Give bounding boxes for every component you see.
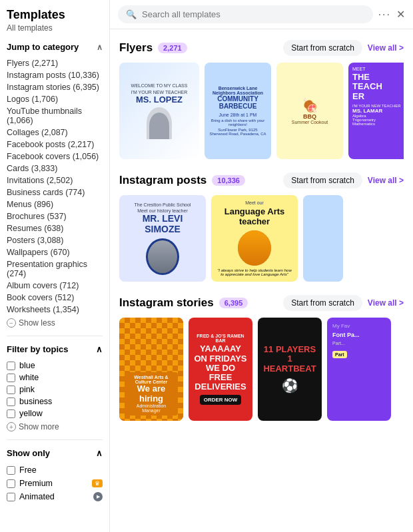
sidebar-subtitle: All templates	[7, 23, 103, 33]
show-only-section: Show only ∧ Free Premium ♛ Animated	[7, 448, 103, 503]
filter-chevron-icon: ∧	[96, 344, 103, 354]
sidebar-nav-item[interactable]: Instagram posts (10,336)	[7, 69, 103, 81]
filter-white: white	[7, 372, 103, 384]
free-label: Free	[19, 465, 37, 475]
sidebar-nav-item[interactable]: Cards (3,833)	[7, 162, 103, 174]
show-more-button[interactable]: + Show more	[7, 422, 103, 431]
instagram-posts-scratch-button[interactable]: Start from scratch	[283, 172, 362, 188]
jump-category-header: Jump to category ∧	[7, 42, 103, 52]
show-more-label: Show more	[19, 422, 59, 431]
close-button[interactable]: ✕	[396, 8, 405, 21]
content-area: Flyers 2,271 Start from scratch View all…	[110, 29, 413, 532]
show-less-button[interactable]: − Show less	[7, 318, 103, 328]
instagram-posts-viewall-button[interactable]: View all >	[368, 176, 404, 185]
filter-pink-label: pink	[19, 385, 35, 394]
flyers-viewall-button[interactable]: View all >	[368, 43, 404, 53]
main-panel: 🔍 ··· ✕ Flyers 2,271 Start from scratch …	[110, 0, 413, 532]
animated-checkbox[interactable]	[7, 493, 15, 501]
filter-yellow-checkbox[interactable]	[7, 409, 15, 418]
flyers-title: Flyers	[119, 41, 153, 55]
flyer-template-3[interactable]: 🍖 BBQ Summer Cookout	[276, 63, 343, 159]
search-input[interactable]	[142, 9, 365, 19]
sidebar-nav-item[interactable]: YouTube thumbnails (1,066)	[7, 105, 103, 127]
instagram-stories-header: Instagram stories 6,395 Start from scrat…	[119, 295, 404, 311]
sidebar-nav-item[interactable]: Posters (3,088)	[7, 234, 103, 246]
instagram-posts-actions: Start from scratch View all >	[283, 172, 404, 188]
premium-checkbox[interactable]	[7, 479, 15, 488]
filter-blue-label: blue	[19, 361, 35, 370]
instagram-story-template-1[interactable]: Westhall Arts & Culture Center We are hi…	[119, 318, 183, 421]
animated-label: Animated	[19, 492, 55, 501]
sidebar-nav-item[interactable]: Brochures (537)	[7, 210, 103, 222]
filter-yellow-label: yellow	[19, 409, 43, 418]
sidebar-nav-item[interactable]: Flyers (2,271)	[7, 57, 103, 69]
sidebar-title: Templates	[7, 8, 103, 22]
filter-pink-checkbox[interactable]	[7, 386, 15, 394]
sidebar-nav-item[interactable]: Business cards (774)	[7, 186, 103, 198]
filter-blue: blue	[7, 360, 103, 372]
instagram-stories-section: Instagram stories 6,395 Start from scrat…	[119, 295, 404, 421]
filter-pink: pink	[7, 384, 103, 396]
flyer-template-2[interactable]: Bensenwick Lane Neighbors Association CO…	[205, 63, 271, 159]
show-only-premium: Premium ♛	[7, 477, 103, 490]
sidebar-nav-item[interactable]: Facebook covers (1,056)	[7, 150, 103, 162]
filter-blue-checkbox[interactable]	[7, 362, 15, 370]
sidebar-nav-item[interactable]: Presentation graphics (274)	[7, 258, 103, 280]
sidebar-nav-item[interactable]: Book covers (512)	[7, 292, 103, 304]
jump-category-label: Jump to category	[7, 42, 79, 52]
sidebar-nav-item[interactable]: Menus (896)	[7, 198, 103, 210]
search-bar[interactable]: 🔍	[118, 5, 373, 23]
instagram-stories-scratch-button[interactable]: Start from scratch	[283, 295, 362, 311]
flyers-header: Flyers 2,271 Start from scratch View all…	[119, 40, 404, 56]
filter-yellow: yellow	[7, 407, 103, 419]
instagram-story-template-3[interactable]: 11 PLAYERS1 HEARTBEAT ⚽	[258, 318, 322, 421]
show-only-free: Free	[7, 463, 103, 477]
divider-2	[7, 439, 103, 440]
sidebar-nav-item[interactable]: Resumes (638)	[7, 222, 103, 234]
more-options-button[interactable]: ···	[378, 9, 391, 21]
flyers-actions: Start from scratch View all >	[283, 40, 404, 56]
instagram-post-template-1[interactable]: The Crestton Public School Meet our hist…	[119, 195, 206, 282]
sidebar-nav-item[interactable]: Invitations (2,502)	[7, 174, 103, 186]
instagram-stories-grid: Westhall Arts & Culture Center We are hi…	[119, 318, 404, 421]
sidebar-nav-item[interactable]: Wallpapers (670)	[7, 246, 103, 258]
filter-business-checkbox[interactable]	[7, 398, 15, 406]
filter-list: bluewhitepinkbusinessyellow	[7, 360, 103, 419]
show-only-chevron-icon: ∧	[96, 448, 103, 458]
instagram-story-template-2[interactable]: FRED & JO'S RAMEN BAR YAAAAAYON FRIDAYSW…	[189, 318, 252, 421]
free-checkbox[interactable]	[7, 466, 15, 475]
show-only-label: Show only	[7, 448, 50, 458]
instagram-post-template-3[interactable]	[303, 195, 343, 282]
instagram-story-template-4[interactable]: My Fav Font Pa... Part... Part	[327, 318, 391, 421]
sidebar-nav-item[interactable]: Worksheets (1,354)	[7, 304, 103, 316]
instagram-stories-viewall-button[interactable]: View all >	[368, 298, 404, 308]
jump-chevron-icon: ∧	[97, 43, 103, 52]
flyers-grid: WELCOME TO MY CLASS I'M YOUR NEW TEACHER…	[119, 63, 404, 159]
show-only-header: Show only ∧	[7, 448, 103, 458]
instagram-stories-actions: Start from scratch View all >	[283, 295, 404, 311]
instagram-stories-title: Instagram stories	[119, 296, 214, 310]
instagram-posts-header: Instagram posts 10,336 Start from scratc…	[119, 172, 404, 188]
flyer-template-1[interactable]: WELCOME TO MY CLASS I'M YOUR NEW TEACHER…	[119, 63, 199, 159]
flyers-scratch-button[interactable]: Start from scratch	[283, 40, 362, 56]
sidebar-nav-item[interactable]: Facebook posts (2,217)	[7, 138, 103, 150]
flyers-section: Flyers 2,271 Start from scratch View all…	[119, 40, 404, 159]
flyers-count: 2,271	[158, 43, 187, 53]
show-less-label: Show less	[19, 318, 55, 328]
instagram-posts-count: 10,336	[212, 175, 245, 186]
filter-business-label: business	[19, 397, 52, 406]
show-only-animated: Animated	[7, 490, 103, 503]
sidebar-nav-item[interactable]: Collages (2,087)	[7, 127, 103, 138]
filter-white-label: white	[19, 373, 39, 382]
sidebar-nav-item[interactable]: Album covers (712)	[7, 280, 103, 292]
sidebar-nav-list: Flyers (2,271)Instagram posts (10,336)In…	[7, 57, 103, 316]
animated-play-icon	[93, 492, 103, 501]
filter-white-checkbox[interactable]	[7, 374, 15, 382]
sidebar-nav-item[interactable]: Logos (1,706)	[7, 93, 103, 105]
flyer-template-4[interactable]: MEET THETEACHER I'M YOUR NEW TEACHER MS.…	[348, 63, 404, 159]
divider-1	[7, 336, 103, 336]
instagram-post-template-2[interactable]: Meet our Language Arts teacher "I always…	[211, 195, 298, 282]
instagram-stories-count: 6,395	[219, 298, 248, 308]
sidebar-nav-item[interactable]: Instagram stories (6,395)	[7, 81, 103, 93]
filter-business: business	[7, 396, 103, 407]
